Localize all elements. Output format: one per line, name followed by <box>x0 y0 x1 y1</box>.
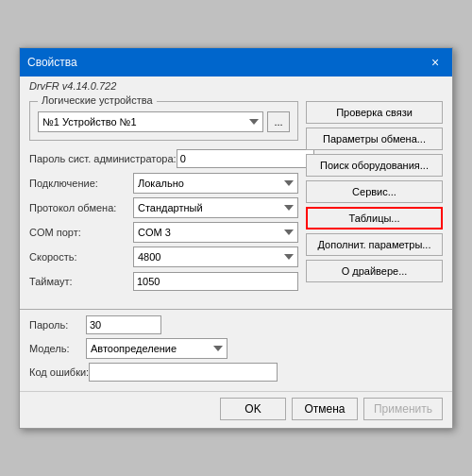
com-label: COM порт: <box>29 227 133 238</box>
about-driver-button[interactable]: О драйвере... <box>306 260 443 282</box>
bottom-error-row: Код ошибки: <box>29 363 443 382</box>
bottom-model-row: Модель: Автоопределение <box>29 338 443 359</box>
left-panel: Логические устройства №1 Устройство №1 .… <box>29 101 298 296</box>
properties-dialog: Свойства × DrvFR v4.14.0.722 Логические … <box>19 47 453 429</box>
browse-button[interactable]: ... <box>267 111 290 132</box>
protocol-row: Протокол обмена: Стандартный <box>29 197 298 218</box>
bottom-error-input[interactable] <box>89 363 278 382</box>
connection-select[interactable]: Локально <box>133 173 298 194</box>
bottom-password-input[interactable] <box>86 315 161 334</box>
connection-row: Подключение: Локально <box>29 173 298 194</box>
device-row: №1 Устройство №1 ... <box>38 111 290 132</box>
dialog-body: Логические устройства №1 Устройство №1 .… <box>20 94 452 303</box>
connection-label: Подключение: <box>29 178 133 189</box>
speed-select[interactable]: 4800 <box>133 246 298 267</box>
protocol-select[interactable]: Стандартный <box>133 197 298 218</box>
bottom-password-row: Пароль: <box>29 315 443 334</box>
bottom-password-label: Пароль: <box>29 319 86 331</box>
right-panel: Проверка связи Параметры обмена... Поиск… <box>306 101 443 296</box>
password-label: Пароль сист. администратора: <box>29 153 177 164</box>
close-button[interactable]: × <box>426 53 445 72</box>
bottom-model-label: Модель: <box>29 343 86 354</box>
apply-button[interactable]: Применить <box>363 398 443 420</box>
bottom-model-select[interactable]: Автоопределение <box>86 338 228 359</box>
com-row: COM порт: COM 3 <box>29 222 298 243</box>
cancel-button[interactable]: Отмена <box>292 398 358 420</box>
exchange-params-button[interactable]: Параметры обмена... <box>306 128 443 150</box>
speed-label: Скорость: <box>29 251 133 263</box>
group-box-content: №1 Устройство №1 ... <box>38 111 290 132</box>
service-button[interactable]: Сервис... <box>306 180 443 203</box>
speed-row: Скорость: 4800 <box>29 246 298 267</box>
timeout-input[interactable] <box>133 272 298 291</box>
timeout-row: Таймаут: <box>29 271 298 292</box>
find-device-button[interactable]: Поиск оборудования... <box>306 154 443 177</box>
bottom-error-label: Код ошибки: <box>29 366 89 378</box>
password-row: Пароль сист. администратора: <box>29 148 298 169</box>
protocol-label: Протокол обмена: <box>29 202 133 213</box>
tables-button[interactable]: Таблицы... <box>306 207 443 230</box>
com-select[interactable]: COM 3 <box>133 222 298 243</box>
dialog-title: Свойства <box>27 56 77 69</box>
timeout-label: Таймаут: <box>29 276 133 287</box>
title-bar: Свойства × <box>20 48 452 76</box>
device-select[interactable]: №1 Устройство №1 <box>38 111 263 132</box>
bottom-section: Пароль: Модель: Автоопределение Код ошиб… <box>20 315 452 391</box>
ok-button[interactable]: OK <box>220 398 286 420</box>
additional-params-button[interactable]: Дополнит. параметры... <box>306 233 443 256</box>
dialog-subtitle: DrvFR v4.14.0.722 <box>20 76 452 94</box>
logical-devices-group: Логические устройства №1 Устройство №1 .… <box>29 101 298 141</box>
logical-devices-label: Логические устройства <box>38 94 157 106</box>
check-connection-button[interactable]: Проверка связи <box>306 101 443 124</box>
dialog-footer: OK Отмена Применить <box>20 391 452 428</box>
separator <box>20 309 452 310</box>
password-input[interactable] <box>177 149 314 168</box>
